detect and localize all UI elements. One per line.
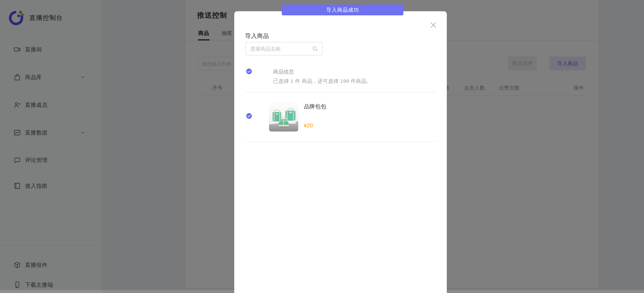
select-all-checkbox[interactable] <box>246 69 252 74</box>
selection-status-text: 已选择 1 件 商品，还可选择 199 件商品。 <box>273 78 372 85</box>
modal-title: 导入商品 <box>245 32 269 40</box>
search-icon <box>312 46 318 52</box>
handbags-image <box>269 102 298 132</box>
product-checkbox[interactable] <box>246 113 252 119</box>
product-price: ¥20 <box>304 123 313 129</box>
live-console-screen: 直播控制台 直播间 商品库 直播成员 <box>0 0 644 293</box>
import-products-modal: 导入商品 商品信息 已选择 1 件 商品，还可选择 199 件商品。 <box>234 11 447 293</box>
close-icon[interactable] <box>430 21 437 29</box>
modal-search-input[interactable] <box>245 42 323 55</box>
modal-search-wrap <box>245 42 323 55</box>
product-name: 品牌包包 <box>304 103 326 110</box>
info-title: 商品信息 <box>273 69 294 75</box>
modal-divider <box>245 92 436 93</box>
toast-message: 导入商品成功 <box>326 7 359 13</box>
product-image <box>269 102 298 132</box>
modal-divider <box>245 141 436 142</box>
success-toast: 导入商品成功 <box>282 4 403 15</box>
